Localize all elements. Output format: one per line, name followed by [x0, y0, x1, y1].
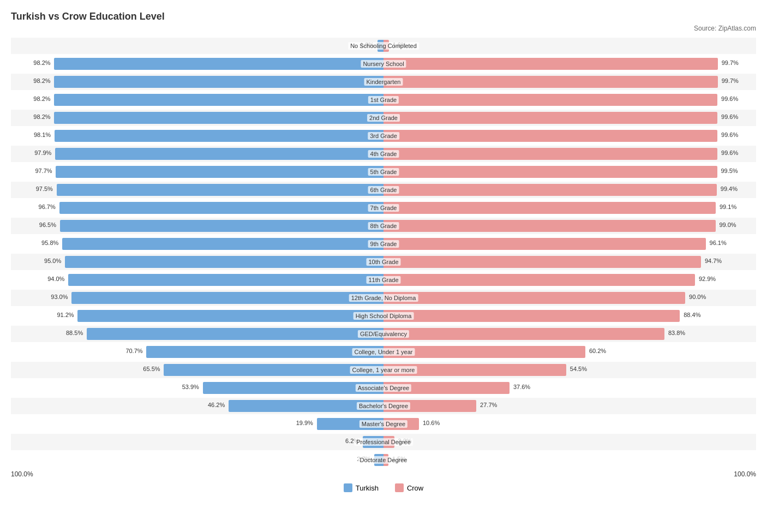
- table-row: Professional Degree6.2%3.2%: [11, 434, 756, 450]
- table-row: 5th Grade97.7%99.5%: [11, 164, 756, 180]
- row-label: 3rd Grade: [368, 132, 399, 140]
- crow-value: 99.7%: [722, 59, 739, 66]
- row-label: GED/Equivalency: [358, 330, 409, 338]
- row-label: 11th Grade: [366, 276, 400, 284]
- turkish-value: 19.9%: [296, 420, 313, 426]
- row-label: High School Diploma: [353, 312, 414, 320]
- turkish-value: 95.8%: [41, 240, 58, 246]
- turkish-value: 96.7%: [39, 204, 56, 210]
- crow-value: 60.2%: [589, 348, 606, 354]
- turkish-bar: [62, 238, 384, 250]
- turkish-bar: [57, 184, 384, 196]
- row-label: Doctorate Degree: [358, 456, 410, 464]
- row-label: Professional Degree: [354, 438, 413, 446]
- table-row: Doctorate Degree2.7%1.5%: [11, 452, 756, 468]
- table-row: Bachelor's Degree46.2%27.7%: [11, 398, 756, 414]
- table-row: 2nd Grade98.2%99.6%: [11, 110, 756, 126]
- crow-bar: [384, 238, 706, 250]
- crow-bar: [384, 328, 664, 340]
- turkish-bar: [146, 346, 384, 358]
- crow-legend-label: Crow: [407, 484, 423, 492]
- table-row: 1st Grade98.2%99.6%: [11, 92, 756, 108]
- turkish-value: 97.9%: [34, 150, 51, 156]
- table-row: No Schooling Completed1.8%1.6%: [11, 38, 756, 54]
- crow-bar: [384, 202, 716, 214]
- legend-crow: Crow: [395, 483, 423, 492]
- chart-title: Turkish vs Crow Education Level: [11, 11, 756, 22]
- row-label: 4th Grade: [368, 150, 399, 158]
- turkish-value: 65.5%: [143, 366, 160, 372]
- turkish-bar: [68, 274, 384, 286]
- turkish-bar: [55, 130, 384, 142]
- turkish-value: 98.2%: [33, 77, 50, 84]
- turkish-legend-box: [344, 483, 352, 492]
- table-row: 7th Grade96.7%99.1%: [11, 200, 756, 216]
- crow-bar: [384, 184, 717, 196]
- turkish-value: 46.2%: [208, 402, 225, 408]
- crow-bar: [384, 292, 685, 304]
- table-row: 11th Grade94.0%92.9%: [11, 272, 756, 288]
- table-row: Nursery School98.2%99.7%: [11, 56, 756, 72]
- legend: Turkish Crow: [11, 483, 756, 492]
- axis-left: 100.0%: [11, 470, 33, 478]
- axis-right: 100.0%: [734, 470, 756, 478]
- turkish-legend-label: Turkish: [356, 484, 379, 492]
- crow-bar: [384, 76, 718, 88]
- row-label: 10th Grade: [366, 258, 400, 266]
- row-label: College, 1 year or more: [350, 366, 417, 374]
- crow-bar: [384, 166, 717, 178]
- row-label: Master's Degree: [359, 420, 408, 428]
- turkish-value: 98.2%: [33, 59, 50, 66]
- table-row: Associate's Degree53.9%37.6%: [11, 380, 756, 396]
- turkish-value: 96.5%: [39, 222, 56, 228]
- table-row: Kindergarten98.2%99.7%: [11, 74, 756, 90]
- axis-labels: 100.0% 100.0%: [11, 470, 756, 478]
- crow-value: 54.5%: [570, 366, 587, 372]
- turkish-bar: [54, 94, 384, 106]
- turkish-value: 97.5%: [36, 186, 53, 192]
- turkish-bar: [71, 292, 384, 304]
- crow-value: 99.4%: [721, 186, 738, 192]
- row-label: 7th Grade: [368, 204, 399, 212]
- turkish-bar: [60, 220, 384, 232]
- turkish-bar: [54, 112, 384, 124]
- source-label: Source: ZipAtlas.com: [11, 25, 756, 32]
- turkish-value: 98.2%: [33, 95, 50, 102]
- turkish-bar: [55, 148, 384, 160]
- table-row: 6th Grade97.5%99.4%: [11, 182, 756, 198]
- turkish-bar: [59, 202, 384, 214]
- crow-bar: [384, 274, 695, 286]
- row-label: Nursery School: [361, 60, 406, 68]
- crow-value: 92.9%: [699, 276, 716, 282]
- table-row: 10th Grade95.0%94.7%: [11, 254, 756, 270]
- row-label: College, Under 1 year: [352, 348, 415, 356]
- row-label: 9th Grade: [368, 240, 399, 248]
- crow-value: 99.6%: [721, 113, 738, 120]
- table-row: GED/Equivalency88.5%83.8%: [11, 326, 756, 342]
- crow-value: 94.7%: [705, 258, 722, 264]
- crow-bar: [384, 112, 717, 124]
- turkish-value: 70.7%: [125, 348, 142, 354]
- table-row: 3rd Grade98.1%99.6%: [11, 128, 756, 144]
- crow-bar: [384, 58, 718, 70]
- crow-bar: [384, 130, 717, 142]
- turkish-value: 94.0%: [47, 276, 64, 282]
- row-label: Kindergarten: [364, 78, 403, 86]
- row-label: 1st Grade: [368, 96, 399, 104]
- crow-value: 99.7%: [722, 77, 739, 84]
- crow-value: 88.4%: [684, 312, 700, 318]
- turkish-bar: [87, 328, 384, 340]
- crow-bar: [384, 148, 717, 160]
- turkish-bar: [56, 166, 384, 178]
- row-label: Bachelor's Degree: [357, 402, 410, 410]
- crow-bar: [384, 310, 680, 322]
- crow-value: 99.0%: [719, 222, 736, 228]
- crow-value: 37.6%: [513, 384, 530, 390]
- turkish-value: 97.7%: [35, 168, 52, 174]
- crow-value: 83.8%: [668, 330, 685, 336]
- crow-value: 99.5%: [721, 168, 738, 174]
- turkish-value: 95.0%: [44, 258, 61, 264]
- table-row: College, 1 year or more65.5%54.5%: [11, 362, 756, 378]
- table-row: 12th Grade, No Diploma93.0%90.0%: [11, 290, 756, 306]
- row-label: Associate's Degree: [356, 384, 411, 392]
